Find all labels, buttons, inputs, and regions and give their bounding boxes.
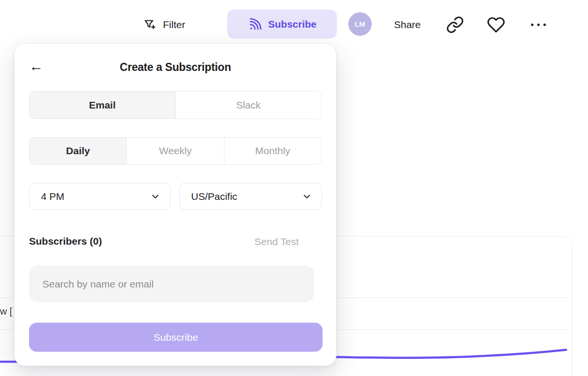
background-partial-text: w [ <box>0 306 12 317</box>
filter-button[interactable]: Filter <box>143 14 185 35</box>
rss-icon <box>248 17 262 31</box>
more-options-button[interactable] <box>529 20 548 30</box>
favorite-button[interactable] <box>487 16 506 34</box>
tab-weekly[interactable]: Weekly <box>126 138 223 164</box>
tab-monthly[interactable]: Monthly <box>224 138 321 164</box>
share-label: Share <box>394 19 421 30</box>
send-test-button[interactable]: Send Test <box>254 236 299 247</box>
tab-slack[interactable]: Slack <box>175 91 322 119</box>
link-icon <box>446 16 464 34</box>
subscribers-count-label: Subscribers (0) <box>29 236 102 247</box>
subscribe-button[interactable]: Subscribe <box>227 10 337 39</box>
chevron-down-icon <box>150 191 161 202</box>
timezone-select[interactable]: US/Pacific <box>179 183 322 210</box>
tab-email-label: Email <box>89 99 116 111</box>
filter-icon <box>143 18 156 31</box>
copy-link-button[interactable] <box>446 16 464 34</box>
subscribe-label: Subscribe <box>268 19 317 30</box>
avatar[interactable]: LM <box>348 12 372 36</box>
tab-daily[interactable]: Daily <box>30 138 126 164</box>
tab-email[interactable]: Email <box>30 91 175 119</box>
subscribe-submit-button[interactable]: Subscribe <box>29 323 323 352</box>
heart-icon <box>487 16 506 34</box>
tab-slack-label: Slack <box>236 99 261 111</box>
create-subscription-modal: ← Create a Subscription Email Slack Dail… <box>14 43 336 366</box>
modal-title: Create a Subscription <box>15 61 336 74</box>
tab-monthly-label: Monthly <box>255 145 291 157</box>
frequency-tabs: Daily Weekly Monthly <box>29 137 322 165</box>
filter-label: Filter <box>163 19 185 30</box>
share-button[interactable]: Share <box>394 16 421 33</box>
time-select-value: 4 PM <box>41 191 64 202</box>
subscriber-search-input[interactable] <box>29 266 314 302</box>
tab-daily-label: Daily <box>66 145 90 157</box>
ellipsis-icon <box>529 22 548 28</box>
chevron-down-icon <box>302 191 312 202</box>
channel-tabs: Email Slack <box>29 91 322 119</box>
tab-weekly-label: Weekly <box>159 145 192 157</box>
avatar-initials: LM <box>355 20 365 28</box>
time-select[interactable]: 4 PM <box>29 183 171 210</box>
timezone-select-value: US/Pacific <box>191 191 237 202</box>
